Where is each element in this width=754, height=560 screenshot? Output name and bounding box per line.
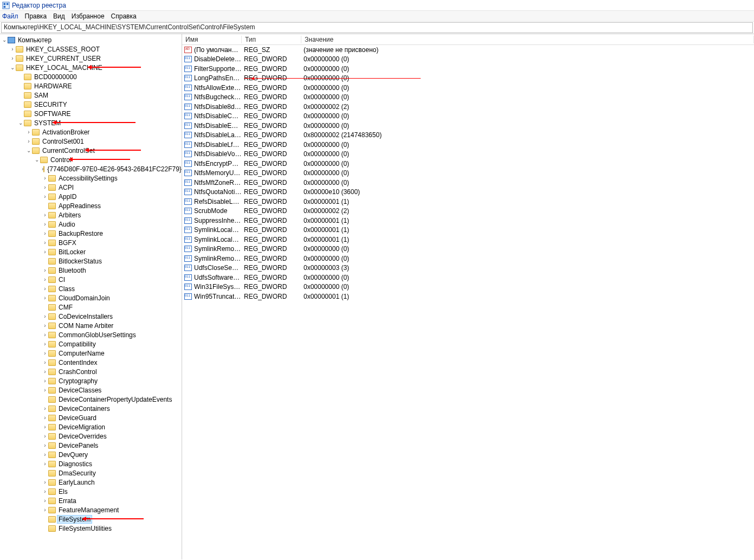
value-row[interactable]: LongPathsEnabl…REG_DWORD0x00000000 (0) [182, 74, 754, 83]
tree-item-codeviceinstallers[interactable]: ›CoDeviceInstallers [0, 312, 182, 321]
tree-root-computer[interactable]: ⌄Компьютер [0, 35, 182, 44]
chevron-right-icon[interactable]: › [42, 415, 48, 421]
value-row[interactable]: NtfsDisableLast…REG_DWORD0x80000002 (214… [182, 131, 754, 140]
chevron-right-icon[interactable]: › [42, 488, 48, 494]
tree-item-featuremanagement[interactable]: ›FeatureManagement [0, 505, 182, 514]
tree-item-devicecontainers[interactable]: ›DeviceContainers [0, 404, 182, 413]
tree-item-accessibilitysettings[interactable]: ›AccessibilitySettings [0, 173, 182, 183]
chevron-right-icon[interactable]: › [42, 323, 48, 329]
tree-item-bitlocker[interactable]: ›BitLocker [0, 247, 182, 256]
column-type[interactable]: Тип [242, 36, 301, 43]
tree-item-els[interactable]: ›Els [0, 487, 182, 496]
tree-item-appid[interactable]: ›AppID [0, 192, 182, 201]
tree-item-bgfx[interactable]: ›BGFX [0, 238, 182, 247]
menu-item-файл[interactable]: Файл [2, 12, 18, 20]
chevron-right-icon[interactable]: › [42, 452, 48, 458]
tree-hive-hkcu[interactable]: ›HKEY_CURRENT_USER [0, 54, 182, 63]
tree-pane[interactable]: ⌄Компьютер›HKEY_CLASSES_ROOT›HKEY_CURREN… [0, 34, 182, 559]
tree-item-clouddomainjoin[interactable]: ›CloudDomainJoin [0, 293, 182, 302]
chevron-right-icon[interactable]: › [25, 138, 32, 144]
value-row[interactable]: NtfsAllowExten…REG_DWORD0x00000000 (0) [182, 83, 754, 93]
tree-item-filesystem[interactable]: FileSystem [0, 514, 182, 524]
tree-item-devquery[interactable]: ›DevQuery [0, 450, 182, 459]
tree-item-cryptography[interactable]: ›Cryptography [0, 376, 182, 385]
value-row[interactable]: NtfsBugcheckO…REG_DWORD0x00000000 (0) [182, 93, 754, 102]
chevron-right-icon[interactable]: › [42, 175, 48, 181]
tree-item-deviceoverrides[interactable]: ›DeviceOverrides [0, 432, 182, 441]
path-bar[interactable]: Компьютер\HKEY_LOCAL_MACHINE\SYSTEM\Curr… [1, 22, 753, 33]
tree-item-deviceguard[interactable]: ›DeviceGuard [0, 413, 182, 422]
chevron-right-icon[interactable]: › [42, 341, 48, 347]
tree-item-ci[interactable]: ›CI [0, 275, 182, 284]
tree-item-system[interactable]: ⌄SYSTEM [0, 118, 182, 127]
value-row[interactable]: NtfsDisableCom…REG_DWORD0x00000000 (0) [182, 112, 754, 121]
tree-item-dmasecurity[interactable]: DmaSecurity [0, 468, 182, 478]
tree-item-contentindex[interactable]: ›ContentIndex [0, 358, 182, 367]
chevron-right-icon[interactable]: › [42, 221, 48, 227]
chevron-right-icon[interactable]: › [42, 295, 48, 301]
tree-item-crashcontrol[interactable]: ›CrashControl [0, 367, 182, 376]
tree-item-class[interactable]: ›Class [0, 284, 182, 293]
tree-hive-hkcr[interactable]: ›HKEY_CLASSES_ROOT [0, 44, 182, 54]
chevron-right-icon[interactable]: › [42, 230, 48, 236]
value-row[interactable]: NtfsQuotaNotif…REG_DWORD0x00000e10 (3600… [182, 188, 754, 197]
chevron-right-icon[interactable]: › [42, 378, 48, 384]
chevron-right-icon[interactable]: › [9, 55, 16, 61]
tree-item-7746d80f97e04e26954326b41fc22f79[interactable]: ›{7746D80F-97E0-4E26-9543-26B41FC22F79} [0, 164, 182, 173]
chevron-right-icon[interactable]: › [42, 184, 48, 190]
chevron-down-icon[interactable]: ⌄ [1, 37, 8, 43]
menu-item-правка[interactable]: Правка [25, 12, 47, 20]
value-row[interactable]: SymlinkLocalTo…REG_DWORD0x00000001 (1) [182, 235, 754, 244]
chevron-right-icon[interactable]: › [42, 267, 48, 273]
value-row[interactable]: NtfsDisableLfsD…REG_DWORD0x00000000 (0) [182, 140, 754, 150]
chevron-right-icon[interactable]: › [42, 240, 48, 246]
tree-item-devicemigration[interactable]: ›DeviceMigration [0, 422, 182, 432]
chevron-right-icon[interactable]: › [42, 405, 48, 411]
chevron-right-icon[interactable]: › [42, 479, 48, 485]
chevron-right-icon[interactable]: › [9, 46, 16, 52]
tree-item-backuprestore[interactable]: ›BackupRestore [0, 229, 182, 238]
chevron-right-icon[interactable]: › [42, 369, 48, 375]
tree-item-computername[interactable]: ›ComputerName [0, 349, 182, 358]
tree-item-commonglobusersettings[interactable]: ›CommonGlobUserSettings [0, 330, 182, 339]
column-name[interactable]: Имя [182, 36, 242, 43]
value-row[interactable]: DisableDeleteNo…REG_DWORD0x00000000 (0) [182, 55, 754, 65]
chevron-right-icon[interactable]: › [42, 332, 48, 338]
chevron-right-icon[interactable]: › [42, 424, 48, 430]
value-row[interactable]: NtfsDisableEncr…REG_DWORD0x00000000 (0) [182, 121, 754, 131]
tree-item-security[interactable]: SECURITY [0, 100, 182, 109]
chevron-right-icon[interactable]: › [42, 212, 48, 218]
tree-item-controlset001[interactable]: ›ControlSet001 [0, 137, 182, 146]
column-value[interactable]: Значение [301, 36, 754, 43]
tree-item-bitlockerstatus[interactable]: BitlockerStatus [0, 256, 182, 266]
chevron-down-icon[interactable]: ⌄ [9, 65, 16, 70]
value-row[interactable]: Win95Truncated…REG_DWORD0x00000001 (1) [182, 292, 754, 301]
value-row[interactable]: UdfsSoftwareDe…REG_DWORD0x00000000 (0) [182, 273, 754, 282]
chevron-right-icon[interactable]: › [42, 359, 48, 365]
value-row[interactable]: SymlinkLocalTo…REG_DWORD0x00000001 (1) [182, 226, 754, 235]
tree-hive-hklm[interactable]: ⌄HKEY_LOCAL_MACHINE [0, 63, 182, 72]
tree-item-activationbroker[interactable]: ›ActivationBroker [0, 127, 182, 137]
chevron-right-icon[interactable]: › [42, 507, 48, 513]
tree-item-errata[interactable]: ›Errata [0, 496, 182, 505]
value-row[interactable]: SuppressInherita…REG_DWORD0x00000001 (1) [182, 216, 754, 226]
value-row[interactable]: NtfsEncryptPagi…REG_DWORD0x00000000 (0) [182, 159, 754, 169]
tree-item-compatibility[interactable]: ›Compatibility [0, 339, 182, 349]
value-row[interactable]: SymlinkRemote…REG_DWORD0x00000000 (0) [182, 244, 754, 254]
chevron-right-icon[interactable]: › [42, 286, 48, 292]
chevron-right-icon[interactable]: › [42, 249, 48, 255]
chevron-down-icon[interactable]: ⌄ [25, 147, 32, 153]
tree-item-earlylaunch[interactable]: ›EarlyLaunch [0, 478, 182, 487]
tree-item-diagnostics[interactable]: ›Diagnostics [0, 459, 182, 468]
tree-item-software[interactable]: SOFTWARE [0, 109, 182, 118]
chevron-right-icon[interactable]: › [42, 461, 48, 467]
tree-item-control[interactable]: ⌄Control [0, 155, 182, 164]
value-row[interactable]: UdfsCloseSessio…REG_DWORD0x00000003 (3) [182, 263, 754, 273]
chevron-right-icon[interactable]: › [42, 313, 48, 319]
chevron-right-icon[interactable]: › [42, 194, 48, 199]
chevron-right-icon[interactable]: › [42, 387, 48, 393]
tree-item-comnamearbiter[interactable]: ›COM Name Arbiter [0, 321, 182, 330]
chevron-right-icon[interactable]: › [42, 433, 48, 439]
tree-item-sam[interactable]: SAM [0, 91, 182, 100]
tree-item-deviceclasses[interactable]: ›DeviceClasses [0, 385, 182, 395]
